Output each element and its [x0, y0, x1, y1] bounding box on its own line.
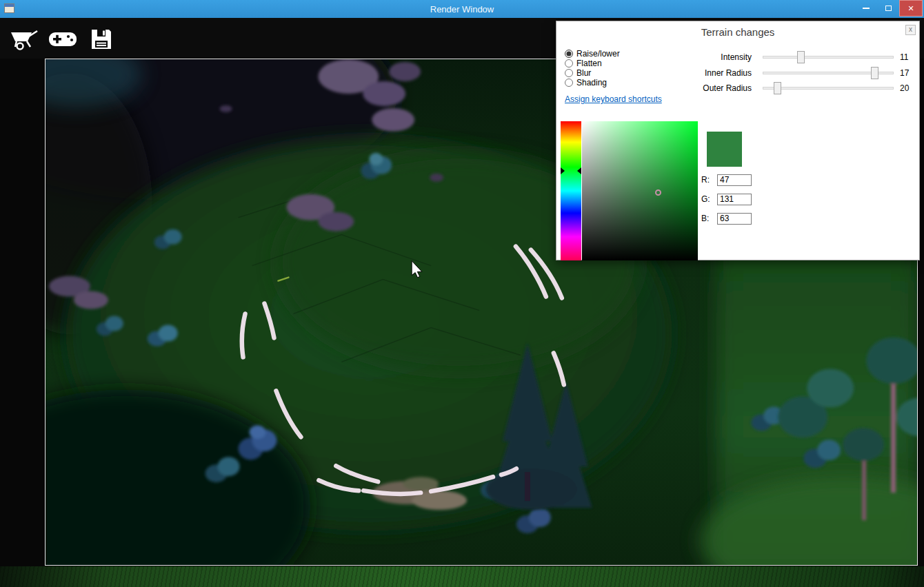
outer-radius-value: 20	[900, 83, 919, 93]
panel-title: Terrain changes	[556, 26, 919, 38]
red-input[interactable]	[717, 174, 752, 186]
intensity-value: 11	[900, 52, 919, 62]
window-title: Render Window	[0, 4, 924, 14]
outer-radius-slider[interactable]	[763, 87, 894, 90]
inner-radius-row: Inner Radius 17	[556, 66, 921, 80]
app-icon	[4, 3, 14, 13]
blue-label: B:	[701, 214, 717, 223]
intensity-slider[interactable]	[763, 56, 894, 59]
title-bar[interactable]: Render Window ✕	[0, 0, 924, 18]
gamepad-icon	[48, 29, 78, 50]
inner-radius-label: Inner Radius	[634, 68, 752, 78]
saturation-value-square[interactable]	[582, 121, 698, 260]
outer-radius-label: Outer Radius	[634, 83, 752, 93]
terrain-changes-panel: Terrain changes x Raise/lower Flatten Bl…	[556, 21, 920, 260]
wheelbarrow-icon	[9, 28, 39, 51]
controller-tool-button[interactable]	[46, 25, 80, 54]
outer-radius-slider-thumb[interactable]	[774, 82, 781, 94]
terrain-tool-button[interactable]	[7, 25, 41, 54]
inner-radius-slider[interactable]	[763, 72, 894, 74]
intensity-row: Intensity 11	[556, 50, 921, 64]
inner-radius-value: 17	[900, 68, 919, 78]
selected-color-swatch	[707, 132, 742, 167]
green-row: G:	[701, 193, 752, 205]
intensity-slider-thumb[interactable]	[797, 51, 805, 63]
intensity-label: Intensity	[634, 52, 752, 62]
blue-row: B:	[701, 212, 752, 225]
green-label: G:	[701, 194, 717, 204]
hue-marker-right-icon	[577, 167, 581, 174]
green-input[interactable]	[717, 194, 752, 205]
minimize-button[interactable]	[855, 0, 877, 17]
red-label: R:	[701, 175, 717, 185]
blue-input[interactable]	[717, 213, 752, 225]
assign-shortcuts-link[interactable]: Assign keyboard shortcuts	[565, 94, 662, 104]
panel-close-button[interactable]: x	[905, 25, 916, 35]
render-window: Render Window ✕	[0, 0, 924, 587]
background-grass-strip	[0, 566, 924, 587]
save-tool-button[interactable]	[84, 25, 119, 54]
red-row: R:	[701, 174, 752, 186]
close-icon: ✕	[907, 4, 914, 13]
hue-bar[interactable]	[561, 121, 581, 260]
maximize-button[interactable]	[877, 0, 899, 17]
color-selection-marker	[655, 189, 661, 196]
minimize-icon	[863, 8, 870, 9]
outer-radius-row: Outer Radius 20	[556, 81, 921, 95]
inner-radius-slider-thumb[interactable]	[871, 67, 878, 79]
maximize-icon	[885, 6, 892, 11]
save-icon	[90, 28, 113, 51]
close-button[interactable]: ✕	[899, 0, 923, 17]
hue-marker-left-icon	[561, 167, 565, 174]
